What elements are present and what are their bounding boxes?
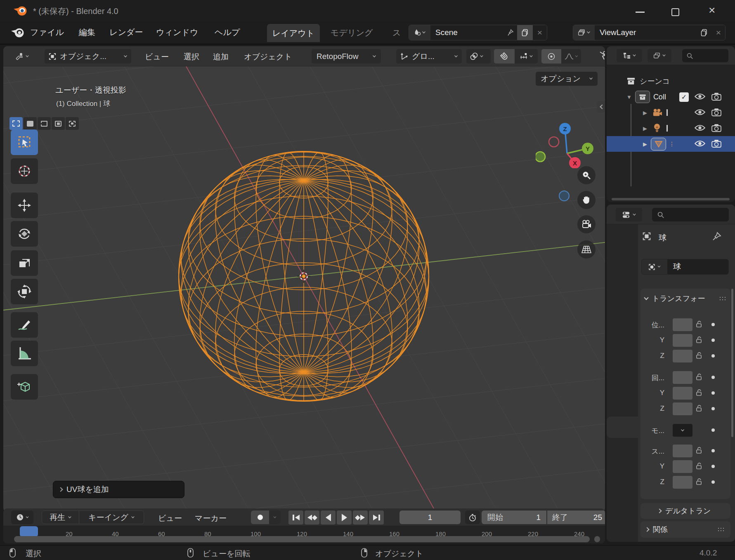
tool-add-cube[interactable] [11,374,38,400]
animate-dot[interactable] [711,323,715,326]
expand-triangle-icon[interactable]: ▶ [643,141,647,147]
drag-dots[interactable] [719,296,727,301]
play-reverse-button[interactable] [321,511,336,525]
timeline-ruler[interactable]: 20406080100120140160180200220240 [3,526,605,544]
timeline-editor-type-button[interactable] [11,511,33,524]
timeline-playback-menu[interactable]: 再生 [42,511,79,524]
eye-icon[interactable] [695,124,705,132]
timeline-marker-menu[interactable]: マーカー [195,513,227,524]
object-browse-button[interactable] [642,259,667,275]
menu-view-3d[interactable]: ビュー [145,52,169,62]
animate-dot[interactable] [711,407,715,410]
location-z-field[interactable] [673,350,692,362]
play-button[interactable] [337,511,352,525]
frame-start-field[interactable]: 開始 1 [482,511,546,524]
tool-transform[interactable] [11,279,38,304]
current-frame-field[interactable]: 1 [399,511,461,524]
properties-editor-type-button[interactable] [616,208,642,221]
menu-file[interactable]: ファイル [30,27,64,38]
menu-add[interactable]: 追加 [213,52,229,62]
tool-annotate[interactable] [11,312,38,338]
scene-new-button[interactable] [517,25,533,40]
auto-keying-toggle[interactable] [251,511,269,524]
jump-to-end-button[interactable] [369,511,384,525]
select-mode-new[interactable] [9,117,23,130]
frame-end-field[interactable]: 終了 25 [547,511,605,524]
viewlayer-browse-button[interactable] [573,25,595,40]
animate-dot[interactable] [711,376,715,379]
tool-rotate[interactable] [11,221,38,247]
render-camera-icon[interactable] [711,108,722,116]
rotation-x-field[interactable] [673,371,692,384]
pin-icon[interactable] [712,232,721,241]
drag-dots[interactable] [717,527,726,532]
retopoflow-menu[interactable]: RetopoFlow [312,49,381,64]
jump-to-next-keyframe-button[interactable] [353,511,368,525]
scene-unlink-button[interactable]: × [533,25,547,40]
jump-to-start-button[interactable] [288,511,303,525]
scene-name-field[interactable]: Scene [430,25,517,40]
lock-icon[interactable] [695,446,703,454]
tab-modeling[interactable]: モデリング [331,27,373,38]
select-mode-invert[interactable] [52,117,65,130]
animate-dot[interactable] [711,449,715,452]
pivot-point-selector[interactable] [466,49,491,64]
rotation-z-field[interactable] [673,402,692,415]
editor-type-button[interactable] [9,49,35,63]
jump-to-prev-keyframe-button[interactable] [305,511,319,525]
outliner-hscrollbar[interactable] [612,198,730,200]
tab-layout[interactable]: レイアウト [267,24,320,42]
scale-z-field[interactable] [673,476,692,489]
lock-icon[interactable] [695,478,703,486]
timeline-keying-menu[interactable]: キーイング [79,511,144,524]
outliner-display-mode-button[interactable] [617,49,642,62]
menu-object[interactable]: オブジェクト [244,52,292,62]
tool-scale[interactable] [11,250,38,276]
tab-clipped[interactable]: ス [392,27,402,38]
eye-icon[interactable] [695,140,705,147]
tool-cursor[interactable] [11,158,38,184]
lock-icon[interactable] [695,351,703,360]
animate-dot[interactable] [711,391,715,395]
navigation-gizmo[interactable]: Z Y X [536,102,602,168]
expand-triangle-icon[interactable]: ▶ [643,110,647,116]
render-camera-icon[interactable] [711,123,722,132]
gizmo-negative-z[interactable] [559,191,570,201]
select-mode-extend[interactable] [24,117,37,130]
tool-measure[interactable] [11,341,38,366]
sidebar-collapse-arrow[interactable] [597,101,605,113]
menu-help[interactable]: ヘルプ [215,27,240,38]
outliner-row-scene-collection[interactable]: シーンコ [607,73,735,89]
render-camera-icon[interactable] [711,139,722,148]
animate-dot[interactable] [711,339,715,342]
menu-window[interactable]: ウィンドウ [156,27,198,38]
properties-vscrollbar[interactable] [731,289,733,437]
scene-browse-button[interactable] [409,25,430,40]
menu-select[interactable]: 選択 [184,52,199,62]
blender-menu-icon[interactable] [11,26,24,38]
snap-with-selector[interactable] [515,49,538,64]
zoom-button[interactable] [577,166,596,184]
lock-icon[interactable] [695,404,703,412]
outliner-row-collection[interactable]: ▼ Coll ✓ [607,89,735,105]
menu-render[interactable]: レンダー [109,27,143,38]
playhead[interactable] [20,526,38,537]
operator-panel[interactable]: UV球を追加 [53,481,184,498]
properties-search-field[interactable] [652,208,729,221]
expand-triangle-icon[interactable]: ▶ [643,125,647,132]
viewlayer-name-field[interactable]: ViewLayer [595,25,696,40]
timeline-view-menu[interactable]: ビュー [158,513,182,524]
outliner-row-light[interactable]: ▶ [607,120,735,136]
transform-orientation-selector[interactable]: グロ... [396,49,462,64]
animate-dot[interactable] [711,428,715,432]
select-mode-subtract[interactable] [38,117,51,130]
rotation-y-field[interactable] [673,387,692,400]
tool-move[interactable] [11,193,38,218]
outliner-row-sphere-selected[interactable]: ▶ ⋮ [607,136,735,152]
location-y-field[interactable] [673,334,692,347]
animate-dot[interactable] [711,480,715,484]
viewlayer-new-button[interactable] [696,25,712,40]
outliner-row-camera[interactable]: ▶ [607,105,735,120]
viewlayer-remove-button[interactable]: × [712,25,725,40]
camera-view-button[interactable] [577,215,596,233]
